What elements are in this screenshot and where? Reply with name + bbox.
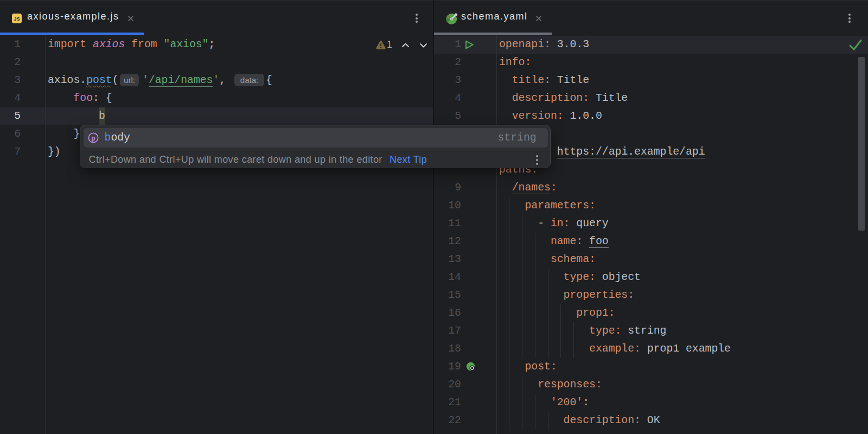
- svg-text:p: p: [91, 135, 95, 143]
- svg-text:JS: JS: [14, 16, 20, 22]
